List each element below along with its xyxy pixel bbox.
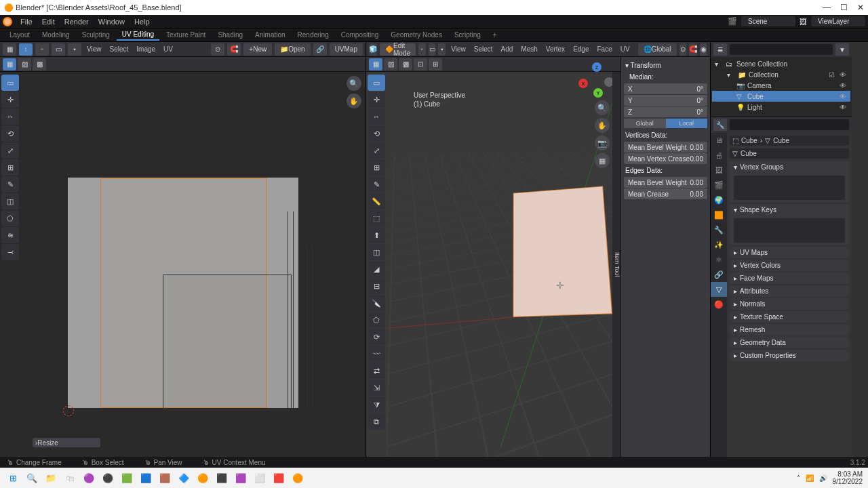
panel-custom-properties[interactable]: ▸ Custom Properties xyxy=(730,350,849,361)
tool-rotate[interactable]: ⟲ xyxy=(1,125,19,142)
median-z[interactable]: Z0° xyxy=(624,106,707,117)
uv-menu-select[interactable]: Select xyxy=(107,45,132,53)
gizmo-y[interactable]: Y xyxy=(593,88,603,98)
vp-menu-face[interactable]: Face xyxy=(594,45,614,53)
taskbar-app-4[interactable]: 🟫 xyxy=(157,470,172,485)
n-panel-tabs[interactable]: Item Tool xyxy=(612,72,620,457)
ptab-modifiers[interactable]: 🔧 xyxy=(711,222,727,237)
vtool-cursor[interactable]: ✛ xyxy=(368,92,385,108)
tray-chevron[interactable]: ˄ xyxy=(797,474,800,482)
uv-pan-icon[interactable]: ✋ xyxy=(347,94,361,108)
ptab-output[interactable]: 🖨 xyxy=(711,148,727,163)
menu-help[interactable]: Help xyxy=(130,16,154,27)
taskbar-app-1[interactable]: 🟣 xyxy=(81,470,96,485)
vtool-select[interactable]: ▭ xyxy=(368,75,385,91)
taskbar-blender-1[interactable]: 🟠 xyxy=(195,470,210,485)
ptab-render[interactable]: 🖥 xyxy=(711,133,727,148)
uv-select-mode-vertex[interactable]: ▫ xyxy=(35,43,49,56)
vtool-smooth[interactable]: 〰 xyxy=(368,346,385,362)
tray-wifi-icon[interactable]: 📶 xyxy=(806,474,814,482)
taskbar-blender-2[interactable]: 🟠 xyxy=(290,470,305,485)
vp-menu-add[interactable]: Add xyxy=(498,45,516,53)
tool-annotate[interactable]: ✎ xyxy=(1,176,19,192)
panel-texture-space[interactable]: ▸ Texture Space xyxy=(730,311,849,323)
tab-uv-editing[interactable]: UV Editing xyxy=(117,29,159,41)
ptab-viewlayer[interactable]: 🖼 xyxy=(711,163,727,178)
uv-zoom-icon[interactable]: 🔍 xyxy=(347,76,361,91)
taskbar-search[interactable]: 🔍 xyxy=(24,470,39,485)
vtool-knife[interactable]: 🔪 xyxy=(368,295,385,311)
orientation-dropdown[interactable]: 🌐 Global xyxy=(638,43,677,56)
ptab-particles[interactable]: ✨ xyxy=(711,237,727,252)
taskbar-app-6[interactable]: 🟪 xyxy=(233,470,248,485)
mean-bevel-weight[interactable]: Mean Bevel Weight0.00 xyxy=(624,142,707,152)
panel-face-maps[interactable]: ▸ Face Maps xyxy=(730,272,849,284)
tool-pinch[interactable]: ⤙ xyxy=(1,244,19,260)
vtool-edgeslide[interactable]: ⇄ xyxy=(368,363,385,379)
panel-remesh[interactable]: ▸ Remesh xyxy=(730,324,849,336)
vp-menu-edge[interactable]: Edge xyxy=(570,45,591,53)
vtool-inset[interactable]: ◫ xyxy=(368,244,385,260)
outliner-search[interactable] xyxy=(730,44,833,55)
new-image-button[interactable]: + New xyxy=(243,43,272,56)
snap-toggle-vp[interactable]: 🧲 xyxy=(689,43,697,56)
tab-geometry-nodes[interactable]: Geometry Nodes xyxy=(385,30,448,40)
panel-attributes[interactable]: ▸ Attributes xyxy=(730,285,849,297)
tab-animation[interactable]: Animation xyxy=(250,30,290,40)
ptab-object[interactable]: 🟧 xyxy=(711,207,727,222)
vtool-bevel[interactable]: ◢ xyxy=(368,261,385,277)
vtool-shear[interactable]: ⧩ xyxy=(368,396,385,413)
nav-gizmo[interactable]: X Y Z xyxy=(578,62,614,98)
taskbar-app-7[interactable]: ⬜ xyxy=(252,470,267,485)
menu-render[interactable]: Render xyxy=(60,16,93,27)
uv-select-mode-face[interactable]: ▪ xyxy=(68,43,81,56)
panel-shape-keys[interactable]: ▾ Shape Keys xyxy=(730,204,849,216)
tool-rip[interactable]: ◫ xyxy=(1,193,19,209)
vtool-loopcut[interactable]: ⊟ xyxy=(368,278,385,294)
gizmo-z[interactable]: Z xyxy=(592,62,601,72)
ptab-constraints[interactable]: 🔗 xyxy=(711,267,727,282)
uv-menu-uv[interactable]: UV xyxy=(161,45,176,53)
taskbar-unreal[interactable]: ⬛ xyxy=(214,470,229,485)
overlay-4[interactable]: ⊡ xyxy=(414,58,427,70)
uv-island-2[interactable] xyxy=(163,274,292,410)
proportional-edit[interactable]: ◉ xyxy=(700,43,707,56)
tab-compositing[interactable]: Compositing xyxy=(336,30,384,40)
taskbar-store[interactable]: 🛍 xyxy=(62,470,77,485)
tab-modeling[interactable]: Modeling xyxy=(37,30,75,40)
panel-geometry-data[interactable]: ▸ Geometry Data xyxy=(730,337,849,348)
menu-edit[interactable]: Edit xyxy=(38,16,59,27)
tab-add[interactable]: + xyxy=(488,30,502,40)
overlay-toggle[interactable]: ▦ xyxy=(369,58,382,70)
close-button[interactable]: ✕ xyxy=(857,3,864,12)
vtool-annotate[interactable]: ✎ xyxy=(368,176,385,192)
minimize-button[interactable]: — xyxy=(823,3,831,12)
cube-row[interactable]: ▽Cube👁 xyxy=(712,91,850,102)
vtool-measure[interactable]: 📏 xyxy=(368,193,385,209)
tab-sculpting[interactable]: Sculpting xyxy=(77,30,115,40)
vtool-extrude[interactable]: ⬆ xyxy=(368,227,385,243)
pivot-dropdown[interactable]: ⊙ xyxy=(211,43,224,56)
nav-zoom-icon[interactable]: 🔍 xyxy=(595,100,610,115)
vtool-spin[interactable]: ⟳ xyxy=(368,329,385,345)
tool-relax[interactable]: ≋ xyxy=(1,227,19,243)
uv-overlay-3[interactable]: ▩ xyxy=(33,58,46,70)
ptab-world[interactable]: 🌍 xyxy=(711,192,727,207)
uvmap-link[interactable]: 🔗 xyxy=(313,43,327,56)
uv-sync-button[interactable]: ↕ xyxy=(19,43,33,56)
taskbar-app-5[interactable]: 🔷 xyxy=(176,470,191,485)
uvmap-field[interactable]: UVMap xyxy=(330,43,363,56)
ptab-data[interactable]: ▽ xyxy=(711,282,727,297)
menu-window[interactable]: Window xyxy=(94,16,129,27)
props-editor-type[interactable]: 🔧 xyxy=(713,119,727,131)
mesh-plane[interactable] xyxy=(513,186,612,317)
vtool-rip[interactable]: ⧉ xyxy=(368,413,385,430)
camera-row[interactable]: 📷Camera👁 xyxy=(712,80,850,91)
tool-cursor[interactable]: ✛ xyxy=(1,92,19,108)
nav-perspective-icon[interactable]: ▦ xyxy=(595,153,610,168)
tool-grab[interactable]: ⬠ xyxy=(1,210,19,226)
select-mode-face[interactable]: ▪ xyxy=(438,43,446,56)
vtool-shrink[interactable]: ⇲ xyxy=(368,380,385,396)
tab-texture-paint[interactable]: Texture Paint xyxy=(161,30,211,40)
redo-panel[interactable]: › Resize xyxy=(33,438,100,447)
